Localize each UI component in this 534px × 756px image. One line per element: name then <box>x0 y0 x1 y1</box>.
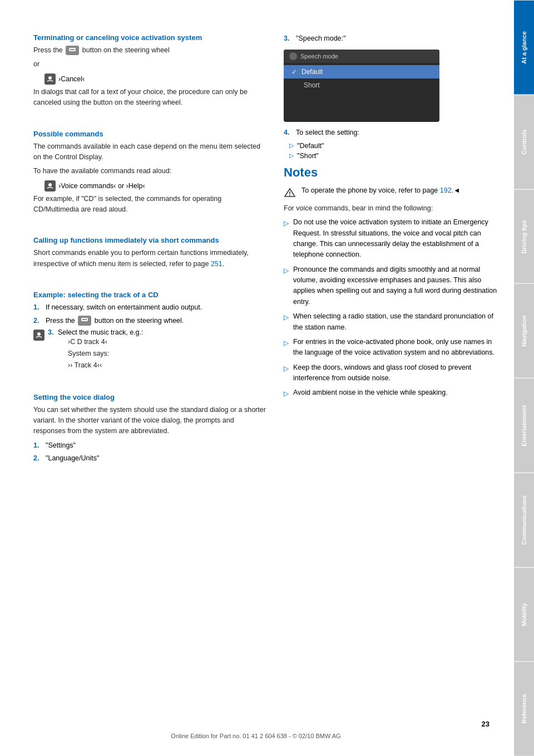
note-bullet-4: ▷ Keep the doors, windows and glass roof… <box>284 362 497 384</box>
sidebar-tab-navigation[interactable]: Navigation <box>514 283 534 378</box>
possible-text3: For example, if "CD" is selected, the co… <box>33 194 267 215</box>
voice-icon-cancel <box>44 73 56 85</box>
heading-setting: Setting the voice dialog <box>33 393 267 401</box>
sidebar-tab-driving-tips[interactable]: Driving tips <box>514 189 534 284</box>
steering-button-step2 <box>78 316 91 326</box>
example-step3: 3. Select the music track, e.g.: ›C D tr… <box>33 328 267 372</box>
sidebar: At a glance Controls Driving tips Naviga… <box>514 0 534 756</box>
voice-icon-step3 <box>33 330 44 341</box>
sidebar-tab-communications[interactable]: Communications <box>514 473 534 567</box>
left-column: Terminating or canceling voice activatio… <box>33 33 267 723</box>
svg-point-6 <box>37 332 41 336</box>
sidebar-tab-controls[interactable]: Controls <box>514 95 534 189</box>
main-content: Terminating or canceling voice activatio… <box>0 0 514 756</box>
right-step3: 3. "Speech mode:" <box>284 33 497 44</box>
right-column: 3. "Speech mode:" Speech mode ✓ Default <box>284 33 497 723</box>
note-bullet-1: ▷ Pronounce the commands and digits smoo… <box>284 264 497 308</box>
example-steps: 1. If necessary, switch on entertainment… <box>33 302 267 372</box>
cancel-cmd: ›Cancel‹ <box>44 73 267 85</box>
speech-mode-image: Speech mode ✓ Default Short <box>284 50 439 122</box>
note-page-ref[interactable]: 192 <box>440 186 452 194</box>
setting-text1: You can set whether the system should us… <box>33 405 267 437</box>
page-container: Terminating or canceling voice activatio… <box>0 0 534 756</box>
step3-example: ›C D track 4‹System says:›› Track 4‹‹ <box>68 336 143 372</box>
note-intro: For voice commands, bear in mind the fol… <box>284 203 497 214</box>
setting-step2: 2. "Language/Units" <box>33 453 267 464</box>
sidebar-tab-entertainment[interactable]: Entertainment <box>514 378 534 473</box>
note-triangle-icon <box>284 186 296 199</box>
example-step1: 1. If necessary, switch on entertainment… <box>33 302 267 313</box>
steering-wheel-button <box>66 46 79 56</box>
step4-short: ▷ "Short" <box>289 152 497 160</box>
voice-icon-commands <box>44 180 56 192</box>
step4-default: ▷ "Default" <box>289 142 497 150</box>
footer-text: Online Edition for Part no. 01 41 2 604 … <box>0 733 512 739</box>
svg-point-9 <box>289 195 290 196</box>
terminating-or: or <box>33 59 267 70</box>
heading-calling: Calling up functions immediately via sho… <box>33 236 267 244</box>
speech-mode-default: ✓ Default <box>284 65 439 78</box>
note-bullet-2: ▷ When selecting a radio station, use th… <box>284 311 497 333</box>
setting-step1: 1. "Settings" <box>33 440 267 451</box>
notes-section: Notes To operate the phone by voice, ref… <box>284 165 497 399</box>
note-phone: To operate the phone by voice, refer to … <box>284 185 497 199</box>
calling-page-ref[interactable]: 251 <box>211 260 222 268</box>
speech-mode-titlebar: Speech mode <box>284 50 439 63</box>
sidebar-tab-reference[interactable]: Reference <box>514 661 534 756</box>
setting-steps: 1. "Settings" 2. "Language/Units" <box>33 440 267 464</box>
possible-text2: To have the available commands read alou… <box>33 166 267 176</box>
speech-mode-items: ✓ Default Short <box>284 63 439 94</box>
notes-bullets: ▷ Do not use the voice activation system… <box>284 217 497 399</box>
heading-possible: Possible commands <box>33 130 267 138</box>
svg-point-2 <box>48 76 52 80</box>
example-step2: 2. Press the button on the steering whee… <box>33 316 267 326</box>
terminating-text3: In dialogs that call for a text of your … <box>33 87 267 109</box>
note-bullet-0: ▷ Do not use the voice activation system… <box>284 217 497 261</box>
svg-rect-1 <box>70 49 75 50</box>
terminating-text1: Press the button on the steering wheel <box>33 45 267 56</box>
note-bullet-5: ▷ Avoid ambient noise in the vehicle whi… <box>284 387 497 399</box>
heading-example: Example: selecting the track of a CD <box>33 291 267 299</box>
page-number: 23 <box>482 720 490 728</box>
right-step4: 4. To select the setting: <box>284 127 497 138</box>
possible-text1: The commands available in each case depe… <box>33 141 267 163</box>
svg-rect-5 <box>82 319 87 320</box>
svg-point-3 <box>48 183 52 186</box>
voice-commands-cmd: ›Voice commands‹ or ›Help‹ <box>44 180 267 192</box>
sidebar-tab-mobility[interactable]: Mobility <box>514 567 534 662</box>
note-bullet-3: ▷ For entries in the voice-activated pho… <box>284 337 497 359</box>
notes-heading: Notes <box>284 165 497 180</box>
sidebar-tab-at-a-glance[interactable]: At a glance <box>514 0 534 95</box>
speech-mode-short: Short <box>284 78 439 92</box>
speech-mode-icon <box>289 52 297 60</box>
step4-options: ▷ "Default" ▷ "Short" <box>289 142 497 160</box>
calling-text: Short commands enable you to perform cer… <box>33 248 267 269</box>
heading-terminating: Terminating or canceling voice activatio… <box>33 33 267 42</box>
